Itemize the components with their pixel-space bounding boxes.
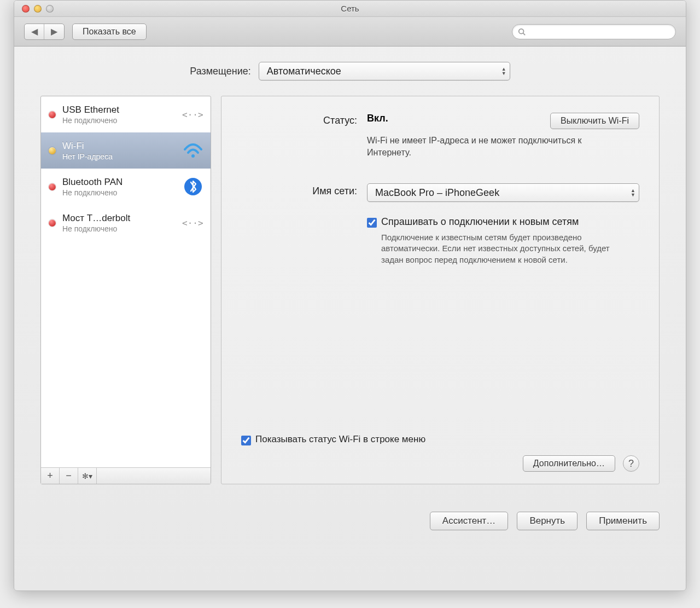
svg-text:<··>: <··> [182, 218, 203, 228]
titlebar: Сеть [14, 1, 686, 17]
svg-point-3 [191, 154, 195, 158]
wifi-icon [182, 141, 204, 160]
bluetooth-icon [182, 177, 204, 196]
ask-join-checkbox[interactable] [367, 218, 377, 228]
show-menubar-checkbox[interactable] [241, 436, 251, 445]
service-name: Мост T…derbolt [62, 213, 176, 224]
service-item--t-derbolt[interactable]: Мост T…derboltНе подключено<··> [41, 205, 211, 241]
close-window-button[interactable] [22, 5, 30, 13]
toolbar: ◀ ▶ Показать все [14, 17, 686, 47]
status-led-icon [49, 219, 56, 227]
status-led-icon [49, 111, 56, 118]
assistant-button[interactable]: Ассистент… [430, 512, 509, 530]
service-item-usb-ethernet[interactable]: USB EthernetНе подключено<··> [41, 96, 211, 132]
ethernet-icon: <··> [182, 105, 204, 124]
location-value: Автоматическое [267, 66, 341, 77]
service-item-bluetooth-pan[interactable]: Bluetooth PANНе подключено [41, 169, 211, 205]
status-label: Статус: [241, 113, 367, 158]
remove-service-button[interactable]: − [60, 468, 78, 484]
service-sidebar: USB EthernetНе подключено<··>Wi-FiНет IP… [40, 96, 211, 484]
advanced-button[interactable]: Дополнительно… [523, 455, 615, 472]
search-icon [518, 28, 526, 36]
network-preferences-window: Сеть ◀ ▶ Показать все Размещение: Автома… [14, 0, 686, 591]
service-name: Wi-Fi [62, 141, 176, 152]
service-status: Не подключено [62, 188, 176, 197]
status-description: Wi-Fi не имеет IP-адреса и не может подк… [367, 135, 602, 158]
location-popup[interactable]: Автоматическое ▲▼ [259, 62, 510, 80]
service-list: USB EthernetНе подключено<··>Wi-FiНет IP… [41, 96, 211, 467]
nav-back-button[interactable]: ◀ [25, 24, 44, 39]
service-status: Нет IP-адреса [62, 152, 176, 161]
network-name-label: Имя сети: [241, 183, 367, 202]
apply-button[interactable]: Применить [586, 512, 660, 530]
help-button[interactable]: ? [623, 455, 639, 472]
location-row: Размещение: Автоматическое ▲▼ [40, 62, 660, 80]
status-value: Вкл. [367, 113, 388, 124]
nav-forward-button[interactable]: ▶ [44, 24, 64, 39]
service-text: Bluetooth PANНе подключено [62, 177, 176, 197]
location-label: Размещение: [190, 66, 250, 77]
search-field[interactable] [512, 24, 676, 39]
ethernet-icon: <··> [182, 213, 204, 232]
nav-back-forward: ◀ ▶ [24, 24, 65, 40]
service-actions-button[interactable]: ✻▾ [78, 468, 97, 484]
search-input[interactable] [529, 27, 670, 36]
service-name: USB Ethernet [62, 105, 176, 115]
status-led-icon [49, 183, 56, 190]
service-text: USB EthernetНе подключено [62, 105, 176, 125]
sidebar-footer: + − ✻▾ [41, 467, 211, 484]
show-menubar-label: Показывать статус Wi-Fi в строке меню [255, 434, 425, 445]
zoom-window-button[interactable] [46, 5, 54, 13]
ask-join-description: Подключение к известным сетям будет прои… [381, 232, 616, 265]
svg-point-0 [519, 28, 524, 33]
network-name-popup[interactable]: MacBook Pro – iPhoneGeek ▲▼ [367, 183, 639, 202]
detail-panel: Статус: Вкл. Выключить Wi-Fi Wi-Fi не им… [221, 96, 660, 484]
minimize-window-button[interactable] [34, 5, 42, 13]
service-text: Wi-FiНет IP-адреса [62, 141, 176, 161]
dropdown-arrows-icon: ▲▼ [631, 188, 635, 197]
service-status: Не подключено [62, 224, 176, 233]
show-all-button[interactable]: Показать все [72, 24, 147, 40]
add-service-button[interactable]: + [41, 468, 60, 484]
ask-join-label: Спрашивать о подключении к новым сетям [381, 216, 579, 228]
ask-join-checkbox-row[interactable]: Спрашивать о подключении к новым сетям [367, 216, 639, 228]
show-menubar-checkbox-row[interactable]: Показывать статус Wi-Fi в строке меню [241, 434, 425, 445]
dropdown-arrows-icon: ▲▼ [501, 67, 506, 76]
service-item-wi-fi[interactable]: Wi-FiНет IP-адреса [41, 132, 211, 169]
service-text: Мост T…derboltНе подключено [62, 213, 176, 233]
svg-text:<··>: <··> [182, 109, 203, 120]
service-status: Не подключено [62, 116, 176, 125]
status-led-icon [49, 147, 56, 154]
action-bar: Ассистент… Вернуть Применить [14, 497, 686, 530]
window-title: Сеть [14, 4, 686, 13]
revert-button[interactable]: Вернуть [517, 512, 578, 530]
svg-line-1 [523, 33, 526, 35]
turn-off-wifi-button[interactable]: Выключить Wi-Fi [550, 113, 639, 129]
service-name: Bluetooth PAN [62, 177, 176, 188]
window-controls [14, 5, 54, 13]
network-name-value: MacBook Pro – iPhoneGeek [375, 187, 499, 199]
